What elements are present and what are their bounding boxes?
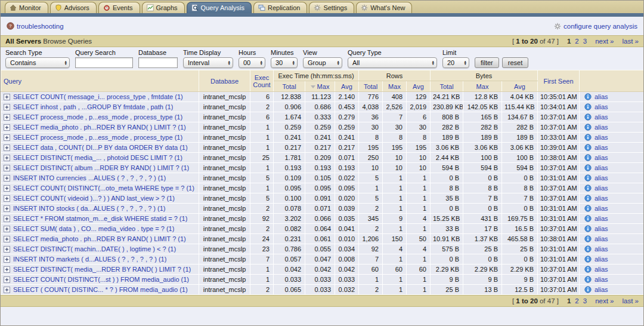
query-link[interactable]: SELECT data , COUNT( DI...P BY data ORDE… <box>13 144 188 151</box>
tab-monitor[interactable]: Monitor <box>5 2 48 13</box>
page-link-1[interactable]: 1 <box>567 38 571 45</box>
query-link[interactable]: SELECT media_photo . ph...RDER BY RAND( … <box>13 235 186 242</box>
info-icon[interactable] <box>584 245 592 253</box>
expand-plus-icon[interactable] <box>4 195 10 202</box>
expand-plus-icon[interactable] <box>4 94 10 100</box>
info-icon[interactable] <box>584 103 592 110</box>
query-link[interactable]: SELECT COUNT( DISTINCT(...oto_meta WHERE… <box>13 184 194 192</box>
query-link[interactable]: SELECT * FROM statmon_m...e_disk WHERE s… <box>13 215 187 222</box>
query-link[interactable]: INSERT INTO markets ( d...ALUES ( ? , ? … <box>13 256 166 263</box>
filter-select-view[interactable]: Group▲▼ <box>303 57 342 68</box>
page-link-3[interactable]: 3 <box>583 297 587 305</box>
col-header-time-max[interactable]: Max <box>305 81 335 92</box>
col-header-time-avg[interactable]: Avg <box>335 81 359 92</box>
filter-select-limit[interactable]: 20▲▼ <box>442 57 469 68</box>
tab-settings[interactable]: Settings <box>309 2 354 13</box>
expand-plus-icon[interactable] <box>4 124 10 131</box>
info-icon[interactable] <box>584 205 592 212</box>
expand-plus-icon[interactable] <box>4 205 10 212</box>
expand-plus-icon[interactable] <box>4 256 10 263</box>
col-header-bytes-total[interactable]: Total <box>431 81 463 92</box>
query-link[interactable]: SELECT process_mode , p...ess_mode , pro… <box>13 113 182 121</box>
tab-graphs[interactable]: Graphs <box>142 2 185 13</box>
info-icon[interactable] <box>584 195 592 202</box>
info-icon[interactable] <box>584 93 592 100</box>
info-icon[interactable] <box>584 164 592 171</box>
col-header-rows-avg[interactable]: Avg <box>407 81 431 92</box>
query-link[interactable]: SELECT SUM( data ) , CO... media_video .… <box>13 225 174 232</box>
filter-select-search-type[interactable]: Contains▲▼ <box>5 57 70 68</box>
filter-select-hours[interactable]: 00▲▼ <box>239 57 265 68</box>
info-icon[interactable] <box>584 215 592 222</box>
alias-link[interactable]: alias <box>595 164 608 171</box>
filter-select-minutes[interactable]: 30▲▼ <box>271 57 298 68</box>
expand-plus-icon[interactable] <box>4 216 10 222</box>
query-link[interactable]: INSERT INTO stocks ( da...ALUES ( ? , ? … <box>13 205 166 212</box>
col-header-database[interactable]: Database <box>199 70 250 92</box>
last-page-link[interactable]: last » <box>623 38 639 45</box>
expand-plus-icon[interactable] <box>4 175 10 182</box>
query-link[interactable]: INSERT INTO currencies ...ALUES ( ? , ? … <box>13 174 166 182</box>
expand-plus-icon[interactable] <box>4 276 10 283</box>
filter-input-query-search[interactable] <box>75 57 133 68</box>
query-link[interactable]: SELECT media_photo . ph...RDER BY RAND( … <box>13 124 186 131</box>
expand-plus-icon[interactable] <box>4 165 10 171</box>
configure-query-analysis-link[interactable]: configure query analysis <box>554 23 637 30</box>
info-icon[interactable] <box>584 225 592 232</box>
tab-query-analysis[interactable]: Query Analysis <box>187 2 252 13</box>
alias-link[interactable]: alias <box>595 286 608 293</box>
alias-link[interactable]: alias <box>595 215 608 222</box>
info-icon[interactable] <box>584 134 592 141</box>
alias-link[interactable]: alias <box>595 235 608 242</box>
query-link[interactable]: SELECT COUNT( DISTINCT(...st ) ) FROM me… <box>13 276 189 283</box>
query-link[interactable]: SELECT ( COUNT( DISTINC... * ? ) FROM me… <box>13 286 188 293</box>
expand-plus-icon[interactable] <box>4 144 10 151</box>
expand-plus-icon[interactable] <box>4 114 10 121</box>
reset-button[interactable]: reset <box>502 57 528 68</box>
alias-link[interactable]: alias <box>595 205 608 212</box>
info-icon[interactable] <box>584 266 592 273</box>
col-header-bytes-max[interactable]: Max <box>463 81 502 92</box>
alias-link[interactable]: alias <box>595 103 608 110</box>
alias-link[interactable]: alias <box>595 184 608 192</box>
alias-link[interactable]: alias <box>595 154 608 161</box>
col-header-rows-total[interactable]: Total <box>359 81 383 92</box>
query-link[interactable]: SELECT DISTINCT( media_...RDER BY RAND( … <box>13 266 191 273</box>
alias-link[interactable]: alias <box>595 195 608 202</box>
filter-input-database[interactable] <box>138 57 178 68</box>
query-link[interactable]: SELECT COUNT( message_i... process_type … <box>13 93 183 100</box>
alias-link[interactable]: alias <box>595 256 608 263</box>
info-icon[interactable] <box>584 154 592 161</box>
col-header-exec-count[interactable]: Exec Count <box>250 70 274 92</box>
query-link[interactable]: SELECT DISTINCT( machin...DATE( ) , logt… <box>13 245 176 253</box>
query-link[interactable]: SELECT DISTINCT( album ...RDER BY RAND( … <box>13 164 189 171</box>
alias-link[interactable]: alias <box>595 174 608 182</box>
alias-link[interactable]: alias <box>595 113 608 121</box>
col-header-bytes-avg[interactable]: Avg <box>502 81 538 92</box>
expand-plus-icon[interactable] <box>4 226 10 232</box>
info-icon[interactable] <box>584 124 592 131</box>
info-icon[interactable] <box>584 235 592 242</box>
col-header-time-total[interactable]: Total <box>274 81 305 92</box>
page-link-2[interactable]: 2 <box>575 297 578 305</box>
troubleshooting-link[interactable]: ? troubleshooting <box>7 22 64 30</box>
expand-plus-icon[interactable] <box>4 185 10 192</box>
next-page-link[interactable]: next » <box>595 38 614 45</box>
col-header-rows-max[interactable]: Max <box>383 81 407 92</box>
expand-plus-icon[interactable] <box>4 134 10 141</box>
col-header-query[interactable]: Query <box>1 70 199 92</box>
tab-what-s-new[interactable]: What's New <box>356 2 412 13</box>
tab-advisors[interactable]: Advisors <box>50 2 97 13</box>
alias-link[interactable]: alias <box>595 225 608 232</box>
expand-plus-icon[interactable] <box>4 155 10 161</box>
page-link-2[interactable]: 2 <box>575 38 578 45</box>
info-icon[interactable] <box>584 174 592 182</box>
last-page-link[interactable]: last » <box>623 297 639 305</box>
info-icon[interactable] <box>584 286 592 293</box>
expand-plus-icon[interactable] <box>4 236 10 242</box>
alias-link[interactable]: alias <box>595 144 608 151</box>
alias-link[interactable]: alias <box>595 134 608 141</box>
alias-link[interactable]: alias <box>595 266 608 273</box>
page-link-3[interactable]: 3 <box>583 38 587 45</box>
info-icon[interactable] <box>584 184 592 192</box>
